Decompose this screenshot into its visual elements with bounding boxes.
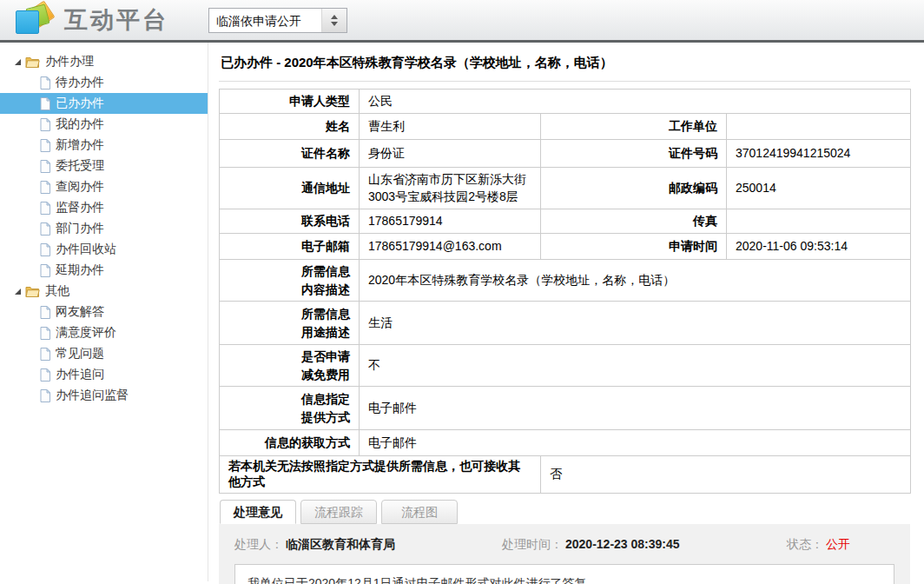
sidebar-item-bumen[interactable]: 部门办件 xyxy=(0,218,208,239)
field-value: 2020-11-06 09:53:14 xyxy=(727,234,911,260)
field-label: 所需信息 用途描述 xyxy=(220,302,360,345)
tab-handling-opinion[interactable]: 处理意见 xyxy=(220,500,296,524)
field-label: 联系电话 xyxy=(220,209,360,234)
table-row: 通信地址 山东省济南市历下区新泺大街3003号宝威科技园2号楼8层 邮政编码 2… xyxy=(220,168,911,209)
sidebar-item-label: 我的办件 xyxy=(56,116,104,132)
field-value: 250014 xyxy=(727,168,911,209)
field-value: 37012419941215024 xyxy=(727,140,911,168)
sidebar-item-xinzeng[interactable]: 新增办件 xyxy=(0,135,208,156)
field-label: 申请人类型 xyxy=(220,90,360,114)
sidebar-item-label: 办件追问监督 xyxy=(56,388,129,403)
field-label: 若本机关无法按照指定方式提供所需信息，也可接收其他方式 xyxy=(220,456,541,494)
page-title: 已办办件 - 2020年本区特殊教育学校名录（学校地址，名称，电话） xyxy=(219,48,910,82)
field-value: 山东省济南市历下区新泺大街3003号宝威科技园2号楼8层 xyxy=(360,168,541,209)
field-label: 电子邮箱 xyxy=(220,234,360,260)
sidebar-folder-qita[interactable]: 其他 xyxy=(0,281,208,302)
document-icon xyxy=(40,222,50,236)
sidebar-item-chayue[interactable]: 查阅办件 xyxy=(0,176,208,197)
app-title: 互动平台 xyxy=(64,4,168,36)
sidebar-item-label: 委托受理 xyxy=(56,158,104,174)
sidebar-item-zhuiwen-jiandu[interactable]: 办件追问监督 xyxy=(0,385,208,406)
status-badge: 公开 xyxy=(826,537,850,551)
document-icon xyxy=(40,139,50,152)
request-detail-table: 申请人类型 公民 姓名 曹生利 工作单位 证件名称 身份证 证件号码 37012… xyxy=(219,89,911,494)
sidebar-item-zhuiwen[interactable]: 办件追问 xyxy=(0,364,208,385)
sidebar-item-label: 延期办件 xyxy=(56,262,104,278)
field-label: 姓名 xyxy=(220,114,360,140)
table-row: 申请人类型 公民 xyxy=(220,90,911,114)
reply-text-box: 我单位已于2020年12月1日通过电子邮件形式对此件进行了答复。 xyxy=(234,564,894,584)
sidebar-item-manyidu[interactable]: 满意度评价 xyxy=(0,322,208,343)
sidebar-folder-label: 办件办理 xyxy=(45,54,94,70)
app-logo-icon xyxy=(12,3,54,36)
table-row: 是否申请 减免费用 不 xyxy=(220,345,911,387)
sidebar-item-label: 查阅办件 xyxy=(56,179,104,195)
sidebar-item-jiandu[interactable]: 监督办件 xyxy=(0,197,208,218)
field-value: 身份证 xyxy=(360,140,541,168)
field-value: 17865179914@163.com xyxy=(360,234,541,260)
document-icon xyxy=(40,327,50,340)
field-value: 电子邮件 xyxy=(360,387,911,430)
field-label: 所需信息 内容描述 xyxy=(220,260,360,302)
folder-icon xyxy=(25,56,40,68)
sidebar-item-yiban-selected[interactable]: 已办办件 xyxy=(0,93,208,114)
table-row: 信息指定 提供方式 电子邮件 xyxy=(220,387,911,430)
document-icon xyxy=(40,160,50,173)
field-value: 否 xyxy=(541,456,911,494)
field-label: 证件号码 xyxy=(541,140,727,168)
field-value: 2020年本区特殊教育学校名录（学校地址，名称，电话） xyxy=(360,260,911,302)
field-value: 17865179914 xyxy=(360,209,541,234)
table-row: 所需信息 内容描述 2020年本区特殊教育学校名录（学校地址，名称，电话） xyxy=(220,260,911,302)
folder-icon xyxy=(25,285,40,297)
select-arrows-icon[interactable] xyxy=(321,9,346,32)
sidebar-folder-banjianbanli[interactable]: 办件办理 xyxy=(0,51,208,72)
field-value: 电子邮件 xyxy=(360,430,911,456)
sidebar-item-daiban[interactable]: 待办办件 xyxy=(0,72,208,93)
sidebar-item-huishouzhan[interactable]: 办件回收站 xyxy=(0,239,208,260)
table-row: 联系电话 17865179914 传真 xyxy=(220,209,911,234)
field-label: 是否申请 减免费用 xyxy=(220,345,360,387)
tree-expanded-arrow-icon xyxy=(15,289,21,295)
sidebar-item-wangyou[interactable]: 网友解答 xyxy=(0,302,208,322)
handle-time-value: 2020-12-23 08:39:45 xyxy=(565,537,680,551)
result-tabs: 处理意见 流程跟踪 流程图 xyxy=(219,500,912,524)
sidebar-item-wode[interactable]: 我的办件 xyxy=(0,114,208,135)
handle-time-group: 处理时间：2020-12-23 08:39:45 xyxy=(502,537,787,553)
document-icon xyxy=(40,243,50,256)
main-content: 已办办件 - 2020年本区特殊教育学校名录（学校地址，名称，电话） 申请人类型… xyxy=(208,43,924,581)
field-value: 生活 xyxy=(360,302,911,345)
sidebar-item-label: 办件追问 xyxy=(56,367,104,382)
sidebar-item-yanqi[interactable]: 延期办件 xyxy=(0,260,208,281)
table-row: 若本机关无法按照指定方式提供所需信息，也可接收其他方式 否 xyxy=(220,456,911,494)
sidebar-item-label: 办件回收站 xyxy=(56,242,116,257)
sidebar-tree: 办件办理 待办办件 已办办件 我的办件 新增办件 委托受理 查阅办件 监督办 xyxy=(0,43,208,581)
table-row: 信息的获取方式 电子邮件 xyxy=(220,430,911,456)
handler-value: 临淄区教育和体育局 xyxy=(286,537,395,551)
table-row: 电子邮箱 17865179914@163.com 申请时间 2020-11-06… xyxy=(220,234,911,260)
sidebar-item-label: 满意度评价 xyxy=(56,325,116,341)
channel-select[interactable]: 临淄依申请公开 xyxy=(208,8,347,33)
field-label: 信息指定 提供方式 xyxy=(220,387,360,430)
document-icon xyxy=(40,181,50,194)
sidebar-item-label: 部门办件 xyxy=(56,221,104,236)
sidebar-item-label: 监督办件 xyxy=(56,200,104,216)
sidebar-item-label: 网友解答 xyxy=(56,304,104,320)
handle-time-label: 处理时间： xyxy=(502,537,563,551)
document-icon xyxy=(40,202,50,215)
document-icon xyxy=(40,97,50,110)
document-icon xyxy=(40,306,50,319)
handling-meta-row: 处理人：临淄区教育和体育局 处理时间：2020-12-23 08:39:45 状… xyxy=(234,537,894,553)
field-value: 曹生利 xyxy=(360,114,541,140)
field-label: 信息的获取方式 xyxy=(220,430,360,456)
arrow-down-icon xyxy=(331,22,338,26)
tab-flowchart[interactable]: 流程图 xyxy=(381,500,458,524)
field-label: 通信地址 xyxy=(220,168,360,209)
document-icon xyxy=(40,389,50,402)
field-label: 证件名称 xyxy=(220,140,360,168)
sidebar-item-weituo[interactable]: 委托受理 xyxy=(0,156,208,176)
tab-process-tracking[interactable]: 流程跟踪 xyxy=(300,500,377,524)
field-label: 传真 xyxy=(541,209,727,234)
sidebar-item-label: 常见问题 xyxy=(56,346,104,362)
sidebar-item-changjian[interactable]: 常见问题 xyxy=(0,343,208,364)
table-row: 证件名称 身份证 证件号码 37012419941215024 xyxy=(220,140,911,168)
